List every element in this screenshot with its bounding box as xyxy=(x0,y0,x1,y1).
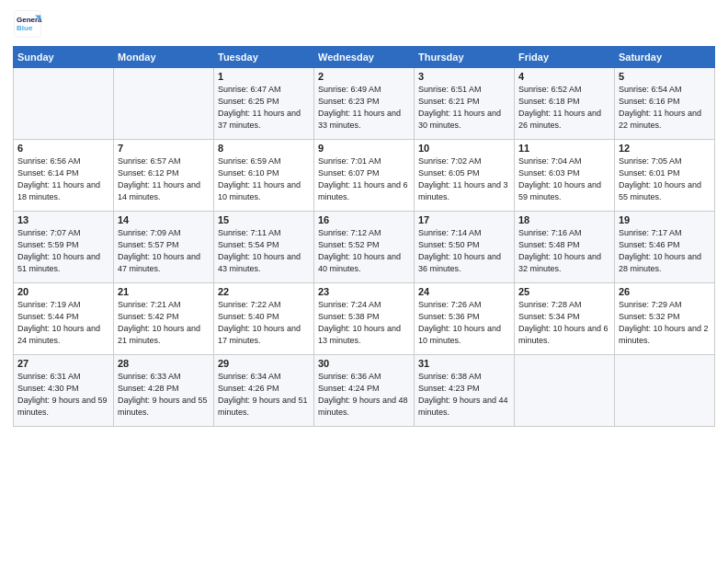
calendar-week-row: 6Sunrise: 6:56 AMSunset: 6:14 PMDaylight… xyxy=(14,140,715,212)
calendar-day-cell: 14Sunrise: 7:09 AMSunset: 5:57 PMDayligh… xyxy=(114,212,214,283)
day-number: 12 xyxy=(619,143,711,154)
calendar-day-cell: 29Sunrise: 6:34 AMSunset: 4:26 PMDayligh… xyxy=(214,355,314,427)
day-info: Sunrise: 7:29 AMSunset: 5:32 PMDaylight:… xyxy=(619,299,711,347)
calendar-day-cell: 18Sunrise: 7:16 AMSunset: 5:48 PMDayligh… xyxy=(515,212,615,283)
day-number: 31 xyxy=(418,358,510,369)
day-info: Sunrise: 7:26 AMSunset: 5:36 PMDaylight:… xyxy=(418,299,510,347)
calendar-week-row: 13Sunrise: 7:07 AMSunset: 5:59 PMDayligh… xyxy=(14,212,715,283)
day-of-week-header: Sunday xyxy=(14,47,114,68)
day-number: 17 xyxy=(418,214,510,225)
calendar-day-cell: 11Sunrise: 7:04 AMSunset: 6:03 PMDayligh… xyxy=(515,140,615,212)
day-info: Sunrise: 7:21 AMSunset: 5:42 PMDaylight:… xyxy=(118,299,210,347)
calendar-day-cell: 6Sunrise: 6:56 AMSunset: 6:14 PMDaylight… xyxy=(14,140,114,212)
day-info: Sunrise: 7:19 AMSunset: 5:44 PMDaylight:… xyxy=(17,299,109,347)
calendar-day-cell: 12Sunrise: 7:05 AMSunset: 6:01 PMDayligh… xyxy=(615,140,715,212)
day-number: 30 xyxy=(318,358,410,369)
day-number: 23 xyxy=(318,286,410,297)
day-number: 19 xyxy=(619,214,711,225)
page: General Blue SundayMondayTuesdayWednesda… xyxy=(0,0,728,563)
day-info: Sunrise: 6:47 AMSunset: 6:25 PMDaylight:… xyxy=(218,84,310,132)
day-info: Sunrise: 6:33 AMSunset: 4:28 PMDaylight:… xyxy=(118,371,210,419)
day-info: Sunrise: 7:12 AMSunset: 5:52 PMDaylight:… xyxy=(318,227,410,275)
day-number: 18 xyxy=(518,214,610,225)
calendar-day-cell: 16Sunrise: 7:12 AMSunset: 5:52 PMDayligh… xyxy=(314,212,415,283)
day-info: Sunrise: 6:49 AMSunset: 6:23 PMDaylight:… xyxy=(318,84,410,132)
day-number: 29 xyxy=(218,358,310,369)
day-number: 7 xyxy=(118,143,210,154)
calendar-day-cell: 7Sunrise: 6:57 AMSunset: 6:12 PMDaylight… xyxy=(114,140,214,212)
day-of-week-header: Friday xyxy=(515,47,615,68)
calendar-week-row: 1Sunrise: 6:47 AMSunset: 6:25 PMDaylight… xyxy=(14,68,715,140)
calendar-day-cell xyxy=(515,355,615,427)
calendar-body: 1Sunrise: 6:47 AMSunset: 6:25 PMDaylight… xyxy=(14,68,715,427)
day-info: Sunrise: 7:11 AMSunset: 5:54 PMDaylight:… xyxy=(218,227,310,275)
day-number: 24 xyxy=(418,286,510,297)
calendar-day-cell: 19Sunrise: 7:17 AMSunset: 5:46 PMDayligh… xyxy=(615,212,715,283)
header: General Blue xyxy=(13,9,715,39)
day-number: 25 xyxy=(518,286,610,297)
day-info: Sunrise: 6:52 AMSunset: 6:18 PMDaylight:… xyxy=(518,84,610,132)
calendar-day-cell: 8Sunrise: 6:59 AMSunset: 6:10 PMDaylight… xyxy=(214,140,314,212)
calendar-day-cell: 13Sunrise: 7:07 AMSunset: 5:59 PMDayligh… xyxy=(14,212,114,283)
day-info: Sunrise: 7:04 AMSunset: 6:03 PMDaylight:… xyxy=(518,155,610,203)
day-info: Sunrise: 7:24 AMSunset: 5:38 PMDaylight:… xyxy=(318,299,410,347)
day-info: Sunrise: 7:14 AMSunset: 5:50 PMDaylight:… xyxy=(418,227,510,275)
calendar-day-cell xyxy=(114,68,214,140)
calendar-day-cell: 3Sunrise: 6:51 AMSunset: 6:21 PMDaylight… xyxy=(415,68,515,140)
day-info: Sunrise: 6:57 AMSunset: 6:12 PMDaylight:… xyxy=(118,155,210,203)
day-info: Sunrise: 6:56 AMSunset: 6:14 PMDaylight:… xyxy=(17,155,109,203)
day-number: 8 xyxy=(218,143,310,154)
day-number: 11 xyxy=(518,143,610,154)
calendar-day-cell: 25Sunrise: 7:28 AMSunset: 5:34 PMDayligh… xyxy=(515,283,615,355)
calendar-day-cell: 10Sunrise: 7:02 AMSunset: 6:05 PMDayligh… xyxy=(415,140,515,212)
day-info: Sunrise: 7:01 AMSunset: 6:07 PMDaylight:… xyxy=(318,155,410,203)
day-number: 2 xyxy=(318,71,410,82)
day-number: 16 xyxy=(318,214,410,225)
calendar-day-cell: 5Sunrise: 6:54 AMSunset: 6:16 PMDaylight… xyxy=(615,68,715,140)
day-number: 21 xyxy=(118,286,210,297)
svg-text:Blue: Blue xyxy=(17,24,33,32)
calendar-day-cell: 2Sunrise: 6:49 AMSunset: 6:23 PMDaylight… xyxy=(314,68,415,140)
day-number: 13 xyxy=(17,214,109,225)
day-of-week-header: Monday xyxy=(114,47,214,68)
calendar-day-cell: 31Sunrise: 6:38 AMSunset: 4:23 PMDayligh… xyxy=(415,355,515,427)
day-of-week-header: Thursday xyxy=(415,47,515,68)
day-info: Sunrise: 6:36 AMSunset: 4:24 PMDaylight:… xyxy=(318,371,410,419)
day-info: Sunrise: 7:02 AMSunset: 6:05 PMDaylight:… xyxy=(418,155,510,203)
calendar-day-cell: 28Sunrise: 6:33 AMSunset: 4:28 PMDayligh… xyxy=(114,355,214,427)
calendar-day-cell: 9Sunrise: 7:01 AMSunset: 6:07 PMDaylight… xyxy=(314,140,415,212)
calendar-day-cell: 23Sunrise: 7:24 AMSunset: 5:38 PMDayligh… xyxy=(314,283,415,355)
day-of-week-header: Saturday xyxy=(615,47,715,68)
day-info: Sunrise: 6:31 AMSunset: 4:30 PMDaylight:… xyxy=(17,371,109,419)
calendar-week-row: 27Sunrise: 6:31 AMSunset: 4:30 PMDayligh… xyxy=(14,355,715,427)
day-info: Sunrise: 6:51 AMSunset: 6:21 PMDaylight:… xyxy=(418,84,510,132)
day-info: Sunrise: 7:28 AMSunset: 5:34 PMDaylight:… xyxy=(518,299,610,347)
day-number: 1 xyxy=(218,71,310,82)
calendar-day-cell xyxy=(615,355,715,427)
day-of-week-header: Tuesday xyxy=(214,47,314,68)
day-info: Sunrise: 7:22 AMSunset: 5:40 PMDaylight:… xyxy=(218,299,310,347)
day-number: 5 xyxy=(619,71,711,82)
day-of-week-header: Wednesday xyxy=(314,47,415,68)
calendar-day-cell xyxy=(14,68,114,140)
day-number: 10 xyxy=(418,143,510,154)
calendar-day-cell: 26Sunrise: 7:29 AMSunset: 5:32 PMDayligh… xyxy=(615,283,715,355)
calendar-day-cell: 15Sunrise: 7:11 AMSunset: 5:54 PMDayligh… xyxy=(214,212,314,283)
calendar-day-cell: 22Sunrise: 7:22 AMSunset: 5:40 PMDayligh… xyxy=(214,283,314,355)
day-info: Sunrise: 6:54 AMSunset: 6:16 PMDaylight:… xyxy=(619,84,711,132)
calendar-week-row: 20Sunrise: 7:19 AMSunset: 5:44 PMDayligh… xyxy=(14,283,715,355)
day-number: 28 xyxy=(118,358,210,369)
day-number: 9 xyxy=(318,143,410,154)
calendar-day-cell: 21Sunrise: 7:21 AMSunset: 5:42 PMDayligh… xyxy=(114,283,214,355)
day-number: 20 xyxy=(17,286,109,297)
day-number: 26 xyxy=(619,286,711,297)
day-number: 6 xyxy=(17,143,109,154)
day-info: Sunrise: 6:34 AMSunset: 4:26 PMDaylight:… xyxy=(218,371,310,419)
calendar-day-cell: 27Sunrise: 6:31 AMSunset: 4:30 PMDayligh… xyxy=(14,355,114,427)
logo: General Blue xyxy=(13,9,42,39)
day-number: 27 xyxy=(17,358,109,369)
calendar-day-cell: 4Sunrise: 6:52 AMSunset: 6:18 PMDaylight… xyxy=(515,68,615,140)
day-number: 3 xyxy=(418,71,510,82)
calendar-header-row: SundayMondayTuesdayWednesdayThursdayFrid… xyxy=(14,47,715,68)
day-info: Sunrise: 7:05 AMSunset: 6:01 PMDaylight:… xyxy=(619,155,711,203)
